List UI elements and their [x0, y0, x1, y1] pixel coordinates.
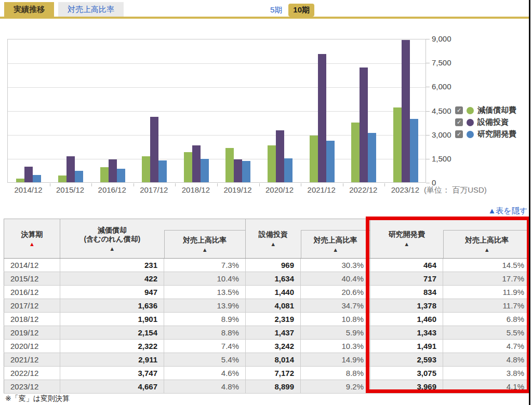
bar-研究開発費-2018/12: [201, 159, 209, 182]
legend-checkbox-設備投資[interactable]: ✓: [455, 118, 463, 126]
y-axis-tick: [426, 63, 430, 63]
cell-depreciation: 4,667: [60, 380, 164, 394]
cell-depreciation-ratio: 4.6%: [164, 367, 246, 380]
legend-label-減価償却費: 減価償却費: [477, 105, 516, 115]
cell-rd-ratio: 6.8%: [443, 313, 531, 326]
y-axis-label: 3,000: [432, 130, 451, 139]
cell-depreciation-ratio: 13.9%: [164, 299, 246, 313]
cell-rd-ratio: 14.5%: [443, 259, 531, 272]
cell-period: 2016/12: [4, 286, 60, 299]
bar-設備投資-2020/12: [276, 130, 284, 182]
cell-depreciation-ratio: 13.5%: [164, 286, 246, 299]
cell-capex: 1,437: [246, 326, 301, 340]
bar-group-2017/12: [142, 117, 167, 182]
cell-rd: 1,491: [370, 340, 443, 353]
bar-減価償却費-2018/12: [184, 152, 192, 183]
header-rd-ratio[interactable]: 対売上高比率 ▲: [443, 219, 531, 259]
table-row-2018/12: 2018/121,9018.9%2,31910.8%1,4606.8%: [4, 313, 531, 326]
bar-設備投資-2018/12: [192, 145, 201, 182]
cell-capex: 4,081: [246, 299, 301, 313]
sort-arrow-depreciation: ▲: [60, 246, 164, 252]
bar-減価償却費-2019/12: [225, 148, 234, 182]
table-row-2020/12: 2020/122,3227.4%3,24210.3%1,4914.7%: [4, 340, 531, 353]
header-depreciation[interactable]: 減価償却 (含むのれん償却) ▲: [60, 219, 164, 259]
x-axis-label: 2020/12: [259, 185, 301, 194]
bar-group-2022/12: [351, 68, 376, 182]
page: 実績推移対売上高比率 5期10期 9,0007,5006,0004,5003,0…: [0, 0, 530, 405]
table-row-2016/12: 2016/1294713.5%1,44020.6%83411.9%: [4, 286, 531, 299]
sort-arrow-period: ▲: [4, 241, 60, 247]
cell-capex: 969: [246, 259, 301, 272]
table-row-2019/12: 2019/122,1548.8%1,4375.9%1,3435.5%: [4, 326, 531, 340]
cell-rd: 2,593: [370, 353, 443, 367]
bar-group-2015/12: [58, 156, 83, 182]
header-capex[interactable]: 設備投資 ▲: [246, 219, 301, 259]
legend-checkbox-研究開発費[interactable]: ✓: [455, 130, 463, 138]
header-period[interactable]: 決算期 ▲: [4, 219, 60, 259]
legend-item-研究開発費: ✓研究開発費: [455, 128, 516, 140]
cell-capex-ratio: 10.3%: [301, 340, 370, 353]
cell-rd: 1,343: [370, 326, 443, 340]
cell-rd: 1,460: [370, 313, 443, 326]
cell-rd-ratio: 5.5%: [443, 326, 531, 340]
x-axis-label: 2016/12: [91, 185, 133, 194]
chart-plot-area: [7, 39, 426, 183]
sort-arrow-rd: ▲: [370, 241, 443, 247]
cell-capex: 3,242: [246, 340, 301, 353]
bar-group-2014/12: [16, 167, 41, 182]
y-axis-label: 1,500: [432, 154, 451, 163]
bar-研究開発費-2019/12: [242, 161, 250, 182]
hide-table-link[interactable]: ▲表を隠す: [488, 206, 527, 216]
cell-capex-ratio: 10.8%: [301, 313, 370, 326]
cell-depreciation: 2,911: [60, 353, 164, 367]
header-rd[interactable]: 研究開発費 ▲: [370, 219, 443, 259]
bar-減価償却費-2016/12: [100, 167, 109, 182]
cell-rd: 1,378: [370, 299, 443, 313]
y-axis-tick: [426, 39, 430, 39]
bar-減価償却費-2015/12: [58, 176, 66, 182]
bar-group-2019/12: [225, 148, 250, 182]
table-row-2017/12: 2017/121,63613.9%4,08134.7%1,37811.7%: [4, 299, 531, 313]
cell-depreciation-ratio: 7.3%: [164, 259, 246, 272]
bar-group-2020/12: [268, 130, 292, 182]
y-axis-label: 7,500: [432, 58, 451, 67]
bar-研究開発費-2016/12: [117, 169, 125, 182]
cell-depreciation-ratio: 10.4%: [164, 272, 246, 286]
header-depreciation-ratio[interactable]: 対売上高比率 ▲: [164, 219, 246, 259]
table-row-2022/12: 2022/123,7474.6%7,1728.8%3,0753.8%: [4, 367, 531, 380]
bar-group-2018/12: [184, 145, 209, 182]
table-row-2021/12: 2021/122,9115.4%8,01414.9%2,5934.8%: [4, 353, 531, 367]
legend-swatch-設備投資: [467, 119, 474, 126]
header-capex-ratio[interactable]: 対売上高比率 ▲: [301, 219, 370, 259]
bar-研究開発費-2017/12: [158, 160, 167, 182]
cell-capex: 1,634: [246, 272, 301, 286]
cell-period: 2018/12: [4, 313, 60, 326]
cell-depreciation-ratio: 4.8%: [164, 380, 246, 394]
table-row-2023/12: 2023/124,6674.8%8,8999.2%3,9694.1%: [4, 380, 531, 394]
bar-設備投資-2021/12: [318, 54, 326, 182]
sort-arrow-capex: ▲: [246, 241, 301, 247]
bar-研究開発費-2023/12: [410, 119, 418, 182]
cell-period: 2014/12: [4, 259, 60, 272]
cell-capex: 1,440: [246, 286, 301, 299]
y-axis-tick: [426, 111, 430, 112]
y-axis-label: 6,000: [432, 82, 451, 91]
y-axis-tick: [426, 135, 430, 136]
legend-swatch-研究開発費: [467, 131, 474, 138]
cell-rd: 3,075: [370, 367, 443, 380]
table-row-2014/12: 2014/122317.3%96930.3%46414.5%: [4, 259, 531, 272]
cell-capex: 8,899: [246, 380, 301, 394]
cell-rd: 834: [370, 286, 443, 299]
x-axis-label: 2019/12: [217, 185, 259, 194]
chart-legend: ✓減価償却費✓設備投資✓研究開発費: [455, 104, 516, 140]
cell-rd: 3,969: [370, 380, 443, 394]
financials-table: 決算期 ▲ 減価償却 (含むのれん償却) ▲ 対売上高比率 ▲ 設備投資 ▲: [4, 219, 530, 394]
cell-depreciation-ratio: 8.9%: [164, 313, 246, 326]
x-axis-label: 2022/12: [342, 185, 384, 194]
bar-減価償却費-2021/12: [310, 136, 318, 182]
cell-capex-ratio: 34.7%: [301, 299, 370, 313]
x-axis-label: 2018/12: [175, 185, 217, 194]
legend-checkbox-減価償却費[interactable]: ✓: [455, 106, 463, 114]
cell-depreciation: 947: [60, 286, 164, 299]
y-axis-tick: [426, 87, 430, 87]
